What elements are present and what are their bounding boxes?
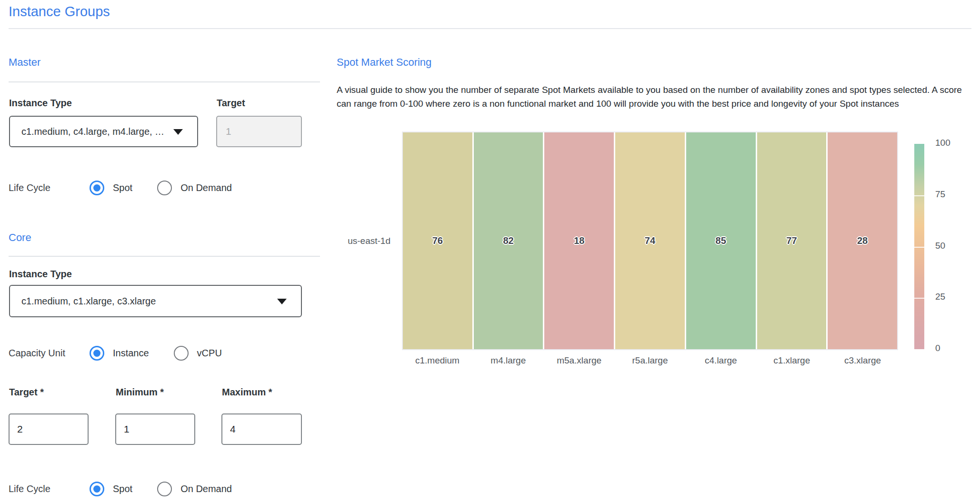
core-capacity-option-instance[interactable]: Instance	[90, 346, 149, 361]
heatmap-cell-value: 18	[574, 235, 584, 246]
master-instance-type-label: Instance Type	[9, 98, 72, 109]
heatmap-cell-value: 76	[432, 235, 443, 246]
heatmap-cell-c4.large[interactable]: 85	[686, 132, 756, 349]
x-axis-label: m5a.xlarge	[544, 355, 615, 366]
core-life-cycle-row: Life Cycle Spot On Demand	[9, 481, 320, 497]
page-title-divider	[9, 28, 971, 29]
master-instance-type-dropdown[interactable]: c1.medium, c4.large, m4.large, …	[9, 116, 198, 147]
core-life-cycle-option-spot[interactable]: Spot	[90, 482, 132, 496]
core-minimum-label: Minimum *	[116, 387, 164, 398]
heatmap-cell-c1.medium[interactable]: 76	[403, 132, 472, 349]
radio-selected-icon[interactable]	[90, 181, 104, 195]
core-section-divider	[9, 256, 320, 257]
chevron-down-icon	[173, 129, 183, 135]
heatmap-cell-c1.xlarge[interactable]: 77	[757, 132, 827, 349]
colorbar-tick-label: 75	[935, 189, 969, 200]
heatmap-cell-value: 74	[645, 235, 655, 246]
colorbar-divider	[914, 247, 924, 248]
x-axis-label: c4.large	[685, 355, 756, 366]
core-maximum-label: Maximum *	[222, 387, 272, 398]
core-life-cycle-on-demand-label: On Demand	[180, 484, 232, 494]
core-capacity-option-vcpu[interactable]: vCPU	[174, 346, 222, 361]
chevron-down-icon	[277, 299, 287, 304]
core-life-cycle-group: Spot On Demand	[90, 482, 232, 496]
master-life-cycle-group: Spot On Demand	[90, 181, 232, 195]
master-life-cycle-label: Life Cycle	[9, 182, 90, 193]
core-capacity-vcpu-label: vCPU	[197, 348, 222, 359]
core-life-cycle-label: Life Cycle	[9, 484, 90, 494]
master-section-divider	[9, 81, 320, 82]
y-axis-label: us-east-1d	[311, 236, 390, 246]
colorbar-tick-label: 0	[935, 343, 969, 353]
core-section-heading: Core	[9, 232, 31, 244]
x-axis-label: c1.medium	[402, 355, 473, 366]
heatmap-cell-value: 82	[503, 235, 513, 246]
colorbar-tick-label: 100	[935, 138, 969, 148]
heatmap-cell-m4.large[interactable]: 82	[474, 132, 543, 349]
radio-unselected-icon[interactable]	[174, 346, 189, 361]
spot-market-scoring-heading: Spot Market Scoring	[337, 56, 431, 69]
core-instance-type-value: c1.medium, c1.xlarge, c3.xlarge	[21, 296, 156, 307]
heatmap-cell-value: 77	[786, 235, 797, 246]
core-life-cycle-option-on-demand[interactable]: On Demand	[157, 482, 232, 496]
core-target-input[interactable]	[9, 413, 89, 445]
core-target-label: Target *	[9, 387, 44, 398]
spot-market-description: A visual guide to show you the number of…	[337, 83, 975, 111]
master-life-cycle-spot-label: Spot	[113, 182, 132, 193]
core-capacity-unit-group: Instance vCPU	[90, 346, 222, 361]
x-axis-label: c3.xlarge	[827, 355, 898, 366]
core-capacity-unit-label: Capacity Unit	[9, 348, 90, 359]
heatmap-grid: 76821874857728	[402, 131, 898, 350]
heatmap-cell-r5a.large[interactable]: 74	[615, 132, 685, 349]
colorbar-divider	[914, 298, 924, 299]
heatmap-cell-c3.xlarge[interactable]: 28	[828, 132, 897, 349]
colorbar-divider	[914, 195, 924, 196]
core-minimum-input[interactable]	[115, 413, 195, 445]
colorbar-tick-label: 50	[935, 241, 969, 251]
core-capacity-instance-label: Instance	[113, 348, 149, 359]
master-life-cycle-row: Life Cycle Spot On Demand	[9, 180, 320, 196]
core-maximum-input[interactable]	[221, 413, 302, 445]
master-target-label: Target	[217, 98, 245, 109]
heatmap-cell-m5a.xlarge[interactable]: 18	[544, 132, 614, 349]
x-axis-label: c1.xlarge	[756, 355, 827, 366]
master-instance-type-value: c1.medium, c4.large, m4.large, …	[21, 126, 164, 137]
radio-selected-icon[interactable]	[90, 482, 104, 496]
master-life-cycle-on-demand-label: On Demand	[180, 182, 232, 193]
core-instance-type-dropdown[interactable]: c1.medium, c1.xlarge, c3.xlarge	[9, 285, 302, 317]
core-capacity-unit-row: Capacity Unit Instance vCPU	[9, 345, 320, 361]
master-target-input[interactable]	[216, 116, 302, 147]
heatmap-x-labels: c1.mediumm4.largem5a.xlarger5a.largec4.l…	[402, 355, 898, 366]
radio-unselected-icon[interactable]	[157, 181, 172, 195]
core-life-cycle-spot-label: Spot	[113, 484, 132, 494]
page-title: Instance Groups	[9, 4, 110, 20]
colorbar	[914, 144, 924, 349]
radio-selected-icon[interactable]	[90, 346, 104, 361]
master-life-cycle-option-spot[interactable]: Spot	[90, 181, 132, 195]
core-instance-type-label: Instance Type	[9, 269, 72, 280]
heatmap-cell-value: 85	[716, 235, 726, 246]
x-axis-label: r5a.large	[615, 355, 686, 366]
instance-groups-page: Instance Groups Master Instance Type c1.…	[0, 0, 980, 504]
master-life-cycle-option-on-demand[interactable]: On Demand	[157, 181, 232, 195]
radio-unselected-icon[interactable]	[157, 482, 172, 496]
heatmap-cell-value: 28	[857, 235, 868, 246]
master-section-heading: Master	[9, 56, 40, 69]
x-axis-label: m4.large	[473, 355, 544, 366]
colorbar-tick-label: 25	[935, 292, 969, 302]
